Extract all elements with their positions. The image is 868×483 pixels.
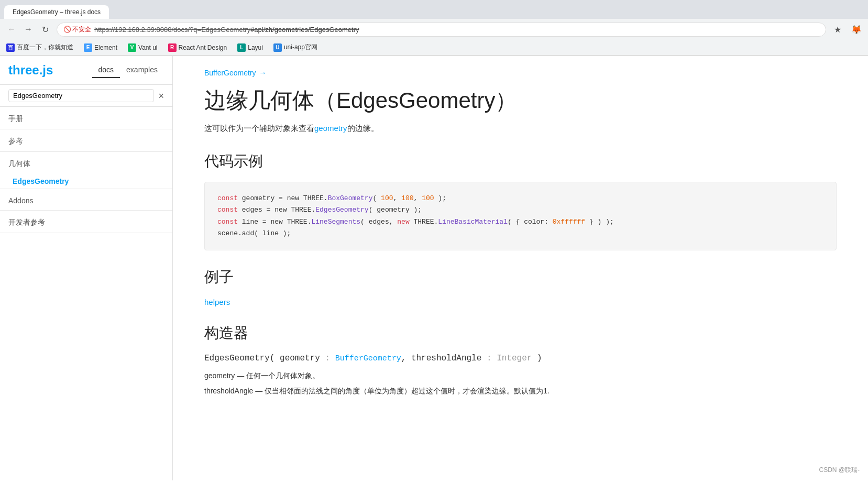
browser-chrome: EdgesGeometry – three.js docs ← → ↻ 🚫 不安… — [0, 0, 868, 56]
sidebar-content: 手册 参考 几何体 EdgesGeometry Addons 开发者参考 — [0, 107, 172, 480]
site-logo[interactable]: three.js — [8, 63, 53, 78]
url-display: https://192.168.2.39:8080/docs/?q=EdgesG… — [94, 26, 819, 34]
react-label: React Ant Design — [179, 44, 227, 51]
section-addons-title[interactable]: Addons — [0, 189, 172, 210]
constructor-heading: 构造器 — [204, 323, 837, 343]
nav-buttons: ← → ↻ — [4, 22, 52, 37]
breadcrumb: BufferGeometry → — [204, 69, 837, 77]
integer-type: Integer — [497, 354, 532, 363]
address-bar[interactable]: 🚫 不安全 https://192.168.2.39:8080/docs/?q=… — [57, 23, 826, 37]
browser-tabs: EdgesGeometry – three.js docs — [0, 0, 868, 19]
sidebar-item-edges-geometry[interactable]: EdgesGeometry — [0, 174, 172, 189]
section-addons: Addons — [0, 189, 172, 211]
helpers-example-link[interactable]: helpers — [204, 298, 230, 306]
close-search-button[interactable]: × — [158, 91, 164, 101]
geometry-link[interactable]: geometry — [314, 124, 347, 133]
bookmark-layui[interactable]: L Layui — [235, 42, 265, 53]
page-layout: three.js docs examples × 手册 参考 几何体 Edges… — [0, 56, 868, 480]
layui-label: Layui — [248, 44, 263, 51]
main-content: BufferGeometry → 边缘几何体（EdgesGeometry） 这可… — [173, 56, 868, 480]
kw-const-2: const — [217, 206, 238, 214]
bookmark-uniapp[interactable]: U uni-app官网 — [271, 42, 320, 53]
constructor-section: EdgesGeometry( geometry : BufferGeometry… — [204, 354, 837, 398]
breadcrumb-link[interactable]: BufferGeometry — [204, 69, 256, 77]
param2-name: thresholdAngle — [411, 354, 481, 363]
param-threshold-desc: thresholdAngle — 仅当相邻面的法线之间的角度（单位为角度）超过这… — [204, 385, 837, 398]
code-line-4: scene.add( line ); — [217, 228, 823, 239]
kw-const-1: const — [217, 194, 238, 202]
baidu-icon: 百 — [6, 43, 15, 52]
examples-heading: 例子 — [204, 267, 837, 287]
back-button[interactable]: ← — [4, 22, 19, 37]
section-manual: 手册 — [0, 107, 172, 129]
section-reference: 参考 — [0, 129, 172, 152]
vant-icon: V — [128, 43, 136, 52]
vant-label: Vant ui — [138, 44, 157, 51]
browser-toolbar: ← → ↻ 🚫 不安全 https://192.168.2.39:8080/do… — [0, 19, 868, 40]
uniapp-icon: U — [273, 43, 282, 52]
code-line-3: const line = new THREE.LineSegments( edg… — [217, 216, 823, 228]
react-icon: R — [168, 43, 177, 52]
page-title: 边缘几何体（EdgesGeometry） — [204, 87, 837, 114]
bookmark-react[interactable]: R React Ant Design — [166, 42, 229, 53]
intro-paragraph: 这可以作为一个辅助对象来查看geometry的边缘。 — [204, 122, 837, 135]
sidebar-nav-tabs: docs examples — [92, 62, 164, 78]
baidu-label: 百度一下，你就知道 — [17, 43, 73, 52]
section-geometries-title[interactable]: 几何体 — [0, 152, 172, 174]
sidebar-search: × — [0, 85, 172, 107]
section-geometries: 几何体 EdgesGeometry — [0, 152, 172, 189]
tab-docs[interactable]: docs — [92, 62, 120, 78]
reload-button[interactable]: ↻ — [38, 22, 52, 37]
param-geometry-desc: geometry — 任何一个几何体对象。 — [204, 369, 837, 382]
code-block: const geometry = new THREE.BoxGeometry( … — [204, 182, 837, 250]
element-icon: E — [84, 43, 92, 52]
warning-icon: 🚫 — [63, 26, 71, 33]
uniapp-label: uni-app官网 — [284, 43, 317, 52]
bookmark-baidu[interactable]: 百 百度一下，你就知道 — [4, 42, 75, 53]
section-reference-title[interactable]: 参考 — [0, 129, 172, 151]
csdn-badge: CSDN @联瑞- — [819, 466, 860, 475]
sidebar-header: three.js docs examples — [0, 56, 172, 85]
kw-const-3: const — [217, 218, 238, 226]
bookmarks-bar: 百 百度一下，你就知道 E Element V Vant ui R React … — [0, 40, 868, 56]
param1-name: geometry — [280, 354, 320, 363]
tab-examples[interactable]: examples — [120, 62, 164, 78]
active-tab[interactable]: EdgesGeometry – three.js docs — [4, 5, 109, 19]
constructor-name: EdgesGeometry — [204, 354, 270, 363]
bookmark-star-button[interactable]: ★ — [830, 22, 845, 37]
code-line-1: const geometry = new THREE.BoxGeometry( … — [217, 193, 823, 204]
constructor-signature: EdgesGeometry( geometry : BufferGeometry… — [204, 354, 837, 363]
bookmark-element[interactable]: E Element — [82, 42, 119, 53]
breadcrumb-arrow: → — [259, 69, 267, 77]
buffer-geometry-type-link[interactable]: BufferGeometry — [335, 354, 401, 363]
code-line-2: const edges = new THREE.EdgesGeometry( g… — [217, 204, 823, 216]
intro-text-start: 这可以作为一个辅助对象来查看 — [204, 124, 314, 133]
code-example-heading: 代码示例 — [204, 151, 837, 171]
sidebar: three.js docs examples × 手册 参考 几何体 Edges… — [0, 56, 173, 480]
forward-button[interactable]: → — [21, 22, 36, 37]
bookmark-vant[interactable]: V Vant ui — [126, 42, 159, 53]
section-manual-title[interactable]: 手册 — [0, 107, 172, 129]
layui-icon: L — [237, 43, 246, 52]
section-dev-reference: 开发者参考 — [0, 211, 172, 233]
insecure-indicator: 🚫 不安全 — [63, 25, 91, 34]
search-input[interactable] — [8, 89, 154, 102]
intro-text-end: 的边缘。 — [347, 124, 379, 133]
extensions-button[interactable]: 🦊 — [849, 22, 864, 37]
section-dev-reference-title[interactable]: 开发者参考 — [0, 211, 172, 233]
element-label: Element — [94, 44, 117, 51]
